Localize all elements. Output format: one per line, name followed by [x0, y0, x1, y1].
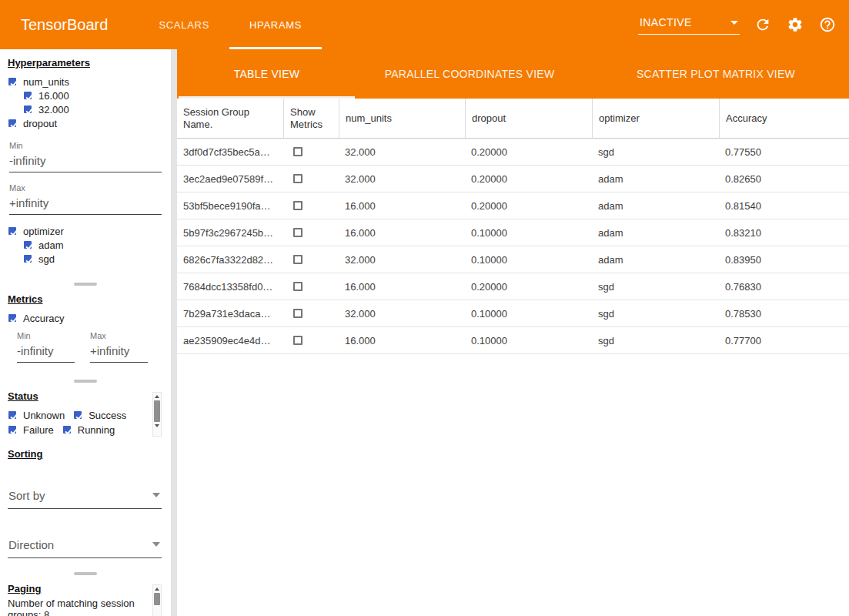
sgd-checkbox[interactable]	[24, 255, 32, 263]
accuracy-interval: Min -infinity Max +infinity	[17, 331, 171, 363]
table-row: 7684dcc13358fd0… 16.000 0.20000 sgd 0.76…	[177, 273, 849, 300]
metrics-list: Accuracy	[0, 311, 171, 325]
hparam-row-32: 32.000	[24, 102, 171, 116]
accuracy-cell: 0.78530	[719, 308, 849, 320]
status-row-success: Success	[74, 408, 126, 422]
failure-checkbox[interactable]	[8, 426, 16, 434]
table-row: 5b97f3c2967245b… 16.000 0.10000 adam 0.8…	[177, 219, 849, 246]
optimizer-checkbox[interactable]	[8, 227, 16, 235]
failure-label: Failure	[23, 424, 54, 436]
running-checkbox[interactable]	[63, 426, 71, 434]
success-label: Success	[89, 410, 126, 421]
dropout-cell: 0.10000	[465, 227, 592, 239]
max-input[interactable]: +infinity	[9, 192, 162, 215]
chevron-down-icon	[152, 542, 160, 547]
column-header-show-metrics: Show Metrics	[283, 99, 339, 138]
show-metrics-cell	[283, 228, 339, 237]
main-content: TABLE VIEW PARALLEL COORDINATES VIEW SCA…	[177, 49, 849, 616]
num-units-label: num_units	[23, 76, 69, 88]
accuracy-min-input[interactable]: -infinity	[17, 340, 75, 363]
accuracy-cell: 0.76830	[719, 281, 849, 293]
topbar: TensorBoard SCALARS HPARAMS INACTIVE	[0, 0, 849, 49]
gear-icon[interactable]	[786, 15, 804, 34]
resize-handle[interactable]	[74, 283, 97, 286]
scroll-up-icon[interactable]	[155, 588, 159, 591]
refresh-icon[interactable]	[754, 15, 772, 34]
show-metrics-checkbox[interactable]	[293, 282, 302, 291]
section-metrics: Metrics Accuracy Min -infinity Max +infi…	[0, 293, 171, 383]
accuracy-checkbox[interactable]	[8, 314, 16, 322]
value-16-checkbox[interactable]	[24, 92, 32, 99]
status-heading: Status	[8, 390, 171, 402]
dropout-label: dropout	[23, 118, 57, 129]
num-units-cell: 32.000	[339, 146, 465, 158]
unknown-checkbox[interactable]	[8, 411, 16, 419]
show-metrics-cell	[283, 282, 339, 291]
sorting-heading: Sorting	[8, 448, 171, 460]
value-32-label: 32.000	[38, 104, 69, 116]
min-input[interactable]: -infinity	[9, 150, 162, 172]
direction-select[interactable]: Direction	[8, 538, 162, 558]
accuracy-cell: 0.82650	[719, 173, 849, 185]
resize-handle[interactable]	[74, 572, 97, 575]
optimizer-cell: sgd	[592, 335, 719, 346]
tab-hparams[interactable]: HPARAMS	[229, 0, 322, 49]
scroll-down-icon[interactable]	[155, 424, 159, 427]
show-metrics-checkbox[interactable]	[293, 255, 302, 264]
show-metrics-checkbox[interactable]	[293, 201, 302, 210]
help-icon[interactable]	[818, 15, 837, 34]
show-metrics-checkbox[interactable]	[293, 174, 302, 183]
show-metrics-checkbox[interactable]	[293, 309, 302, 318]
accuracy-cell: 0.81540	[719, 200, 849, 212]
num-units-cell: 32.000	[339, 173, 465, 185]
show-metrics-checkbox[interactable]	[293, 147, 302, 156]
status-scrollbar[interactable]	[152, 392, 162, 437]
num-units-cell: 16.000	[339, 335, 465, 346]
sidebar: Hyperparameters num_units 16.000 32.000 …	[0, 49, 171, 616]
paging-scrollbar[interactable]	[152, 584, 162, 616]
success-checkbox[interactable]	[74, 411, 82, 419]
table-body: 3df0d7cf35bec5a… 32.000 0.20000 sgd 0.77…	[177, 139, 849, 354]
column-header-num-units: num_units	[339, 99, 465, 138]
scroll-up-icon[interactable]	[155, 395, 159, 398]
tab-scalars[interactable]: SCALARS	[139, 0, 229, 49]
tab-parallel-coordinates-view[interactable]: PARALLEL COORDINATES VIEW	[356, 49, 583, 99]
show-metrics-cell	[283, 201, 339, 210]
hparam-row-sgd: sgd	[24, 252, 171, 266]
accuracy-max-input[interactable]: +infinity	[90, 340, 148, 363]
num-units-checkbox[interactable]	[8, 78, 16, 85]
session-group-name: 6826c7fa3322d82…	[177, 254, 283, 266]
section-hyperparameters: Hyperparameters num_units 16.000 32.000 …	[0, 57, 171, 286]
column-header-optimizer: optimizer	[592, 99, 719, 138]
tab-scatter-plot-matrix-view[interactable]: SCATTER PLOT MATRIX VIEW	[583, 49, 849, 99]
table-header: Session Group Name. Show Metrics num_uni…	[177, 99, 849, 139]
max-label: Max	[9, 183, 162, 192]
scrollbar-thumb[interactable]	[154, 593, 160, 605]
status-checkbox-list: Unknown Success Failure Running	[8, 408, 151, 437]
adam-checkbox[interactable]	[24, 241, 32, 249]
sort-by-select[interactable]: Sort by	[8, 489, 162, 509]
resize-handle[interactable]	[74, 380, 97, 383]
session-group-name: 53bf5bece9190fa…	[177, 200, 283, 212]
accuracy-cell: 0.77550	[719, 146, 849, 158]
topbar-actions: INACTIVE	[638, 15, 837, 35]
section-sorting: Sorting Sort by Direction	[0, 448, 171, 575]
table-row: ae235909ec4e4d… 16.000 0.10000 sgd 0.777…	[177, 327, 849, 354]
show-metrics-checkbox[interactable]	[293, 336, 302, 345]
tab-table-view[interactable]: TABLE VIEW	[177, 49, 356, 99]
paging-heading: Paging	[8, 583, 171, 594]
value-32-checkbox[interactable]	[24, 105, 32, 113]
accuracy-cell: 0.77700	[719, 335, 849, 346]
chevron-down-icon	[730, 21, 738, 25]
show-metrics-checkbox[interactable]	[293, 228, 302, 237]
dropout-cell: 0.20000	[465, 200, 592, 212]
scrollbar-thumb[interactable]	[154, 400, 160, 422]
optimizer-cell: sgd	[592, 308, 719, 320]
status-row-failure: Failure	[8, 423, 54, 437]
hparam-row-16: 16.000	[24, 89, 171, 102]
show-metrics-cell	[283, 309, 339, 318]
section-status: Status Unknown Success Failure Running	[0, 390, 171, 437]
dropout-checkbox[interactable]	[8, 119, 16, 127]
app-title: TensorBoard	[21, 16, 108, 34]
status-select[interactable]: INACTIVE	[638, 15, 740, 35]
